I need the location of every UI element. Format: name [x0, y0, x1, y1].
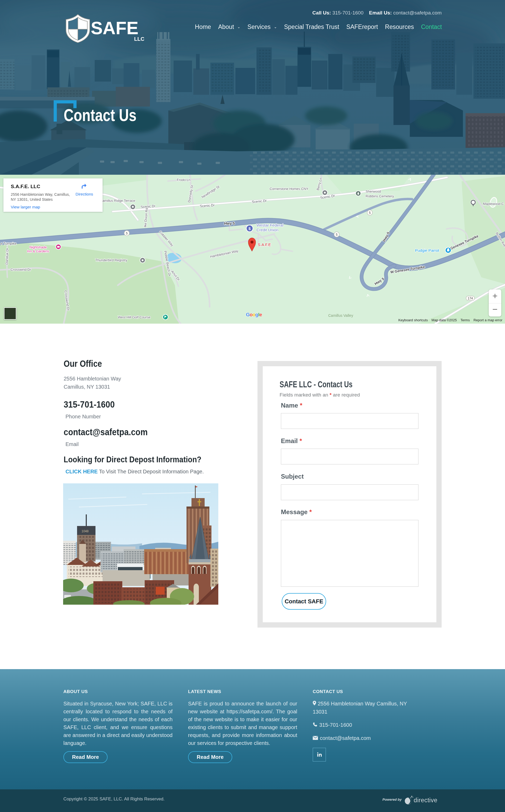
svg-text:Camillus Ridge Terrace: Camillus Ridge Terrace	[100, 199, 135, 203]
svg-text:Nightshade: Nightshade	[29, 245, 47, 249]
svg-text:Crosswind Dr: Crosswind Dr	[11, 268, 31, 272]
svg-text:$: $	[248, 226, 251, 231]
svg-text:174: 174	[468, 297, 473, 300]
svg-text:5: 5	[336, 233, 338, 236]
svg-text:Pudgie Parrot: Pudgie Parrot	[415, 248, 440, 253]
svg-text:West Hill Golf Course: West Hill Golf Course	[118, 315, 150, 319]
svg-text:S.A.F.E: S.A.F.E	[258, 242, 271, 247]
svg-text:Thunderbird Registry: Thunderbird Registry	[95, 258, 127, 262]
svg-text:Cornerstone Homes CNY: Cornerstone Homes CNY	[270, 187, 309, 191]
svg-text:Inn & Gardens: Inn & Gardens	[27, 249, 49, 253]
svg-text:Sherwood: Sherwood	[366, 189, 381, 193]
svg-text:Robbins Cemetery: Robbins Cemetery	[366, 194, 394, 198]
svg-text:1048: 1048	[81, 529, 89, 533]
svg-text:5: 5	[369, 211, 371, 215]
svg-text:Camillus Valley: Camillus Valley	[328, 313, 353, 318]
svg-text:5: 5	[126, 231, 128, 235]
svg-text:Westar Federal: Westar Federal	[257, 223, 283, 227]
svg-text:Maplewood C: Maplewood C	[483, 202, 504, 206]
svg-text:Frodo Ln: Frodo Ln	[177, 178, 190, 182]
svg-text:e Turnpike: e Turnpike	[1, 241, 17, 246]
svg-text:Credit Union: Credit Union	[257, 227, 278, 232]
svg-text:LLC: LLC	[134, 36, 144, 42]
svg-text:Hwy 5: Hwy 5	[224, 221, 235, 225]
svg-text:Danliluk Dr: Danliluk Dr	[5, 248, 9, 265]
svg-text:SAFE: SAFE	[91, 18, 138, 38]
